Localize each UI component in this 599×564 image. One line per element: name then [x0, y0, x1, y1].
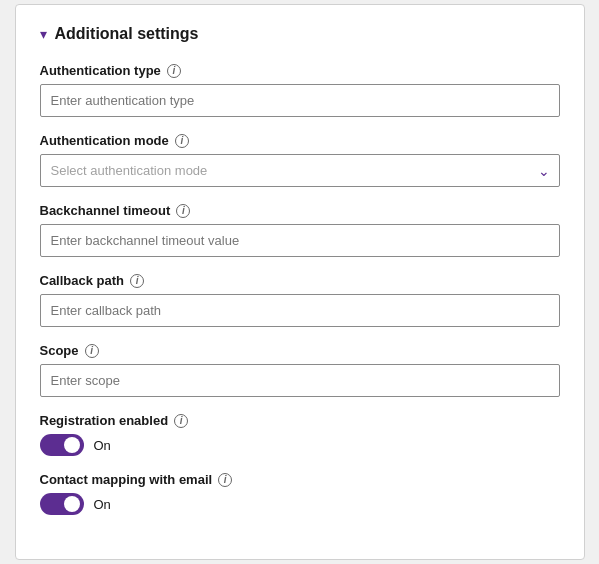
auth-type-field: Authentication type i	[40, 63, 560, 117]
scope-input[interactable]	[40, 364, 560, 397]
toggle-thumb	[64, 437, 80, 453]
registration-enabled-toggle-label: On	[94, 438, 111, 453]
backchannel-timeout-info-icon[interactable]: i	[176, 204, 190, 218]
contact-mapping-field: Contact mapping with email i On	[40, 472, 560, 515]
callback-path-label: Callback path i	[40, 273, 560, 288]
callback-path-info-icon[interactable]: i	[130, 274, 144, 288]
auth-mode-select[interactable]: Select authentication mode	[40, 154, 560, 187]
backchannel-timeout-label: Backchannel timeout i	[40, 203, 560, 218]
registration-enabled-info-icon[interactable]: i	[174, 414, 188, 428]
contact-mapping-info-icon[interactable]: i	[218, 473, 232, 487]
collapse-chevron-icon[interactable]: ▾	[40, 26, 47, 42]
contact-mapping-toggle-row: On	[40, 493, 560, 515]
auth-type-input[interactable]	[40, 84, 560, 117]
auth-type-info-icon[interactable]: i	[167, 64, 181, 78]
contact-mapping-toggle[interactable]	[40, 493, 84, 515]
additional-settings-card: ▾ Additional settings Authentication typ…	[15, 4, 585, 560]
section-header: ▾ Additional settings	[40, 25, 560, 43]
registration-enabled-toggle[interactable]	[40, 434, 84, 456]
auth-mode-field: Authentication mode i Select authenticat…	[40, 133, 560, 187]
auth-mode-info-icon[interactable]: i	[175, 134, 189, 148]
contact-mapping-toggle-label: On	[94, 497, 111, 512]
auth-mode-select-wrapper: Select authentication mode ⌄	[40, 154, 560, 187]
auth-mode-label: Authentication mode i	[40, 133, 560, 148]
section-title: Additional settings	[55, 25, 199, 43]
scope-label: Scope i	[40, 343, 560, 358]
registration-enabled-field: Registration enabled i On	[40, 413, 560, 456]
toggle-thumb	[64, 496, 80, 512]
scope-field: Scope i	[40, 343, 560, 397]
callback-path-field: Callback path i	[40, 273, 560, 327]
registration-enabled-label: Registration enabled i	[40, 413, 560, 428]
toggle-track	[40, 434, 84, 456]
auth-type-label: Authentication type i	[40, 63, 560, 78]
scope-info-icon[interactable]: i	[85, 344, 99, 358]
toggle-track	[40, 493, 84, 515]
callback-path-input[interactable]	[40, 294, 560, 327]
contact-mapping-label: Contact mapping with email i	[40, 472, 560, 487]
registration-enabled-toggle-row: On	[40, 434, 560, 456]
backchannel-timeout-input[interactable]	[40, 224, 560, 257]
backchannel-timeout-field: Backchannel timeout i	[40, 203, 560, 257]
